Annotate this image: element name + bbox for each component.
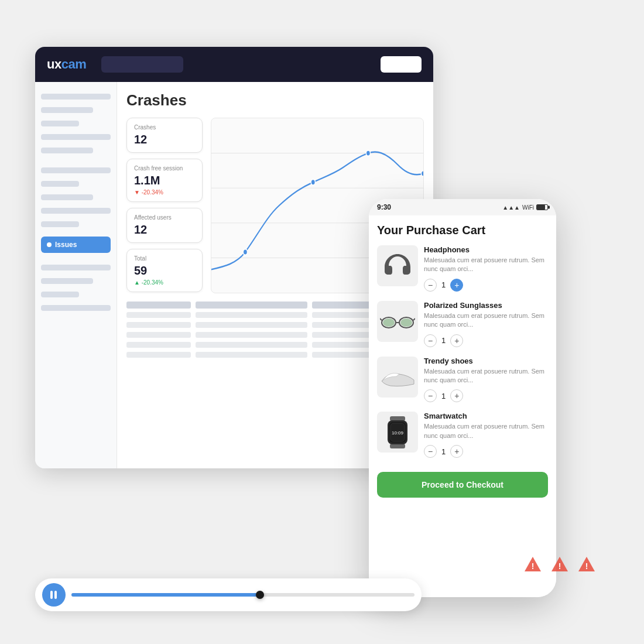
phone-status-icons: ▲▲▲ WiFi bbox=[502, 204, 548, 211]
pause-icon bbox=[50, 591, 57, 599]
metric-label-affected: Affected users bbox=[134, 214, 195, 221]
watch-svg: 10:09 bbox=[383, 413, 412, 451]
qty-decrease-sunglasses[interactable]: − bbox=[424, 334, 437, 347]
qty-value-shoes: 1 bbox=[441, 392, 446, 400]
cart-item-image-watch: 10:09 bbox=[377, 412, 418, 453]
pause-bar-right bbox=[54, 591, 57, 599]
cart-item-desc-watch: Malesuada cum erat posuere rutrum. Sem n… bbox=[424, 422, 548, 440]
cart-item-info-watch: Smartwatch Malesuada cum erat posuere ru… bbox=[424, 412, 548, 458]
table-data-cell bbox=[126, 322, 191, 328]
svg-text:!: ! bbox=[559, 561, 561, 571]
sidebar-group-1 bbox=[41, 91, 111, 156]
phone-time: 9:30 bbox=[377, 203, 391, 211]
sunglasses-svg bbox=[380, 310, 415, 333]
sidebar-item-bar bbox=[41, 278, 93, 284]
metric-card-crash-free: Crash free session 1.1M ▼ -20.34% bbox=[126, 159, 203, 202]
qty-decrease-shoes[interactable]: − bbox=[424, 389, 437, 402]
sidebar-item-issues[interactable]: Issues bbox=[41, 237, 111, 253]
sidebar-item-bar bbox=[41, 134, 111, 140]
pause-button[interactable] bbox=[42, 583, 66, 607]
svg-line-10 bbox=[413, 318, 415, 320]
signal-icon: ▲▲▲ bbox=[502, 204, 520, 211]
sidebar-item-bar bbox=[41, 167, 111, 173]
sidebar-group-3 bbox=[41, 262, 111, 313]
cart-item-desc-sunglasses: Malesuada cum erat posuere rutrum. Sem n… bbox=[424, 311, 548, 330]
player-bar bbox=[35, 578, 422, 611]
cart-qty-headphones: − 1 + bbox=[424, 279, 548, 292]
chart-dot bbox=[243, 249, 247, 255]
cart-item-name-sunglasses: Polarized Sunglasses bbox=[424, 301, 548, 310]
sidebar-item-bar bbox=[41, 107, 93, 113]
svg-line-9 bbox=[380, 318, 382, 320]
cart-item-name-watch: Smartwatch bbox=[424, 412, 548, 420]
cart-item-desc-shoes: Malesuada cum erat posuere rutrum. Sem n… bbox=[424, 367, 548, 385]
qty-value-headphones: 1 bbox=[441, 280, 446, 289]
metric-value-total: 59 bbox=[134, 264, 195, 278]
dashboard-header: uxcam bbox=[35, 47, 433, 82]
cart-item-info-headphones: Headphones Malesuada cum erat posuere ru… bbox=[424, 245, 548, 292]
progress-track[interactable] bbox=[71, 593, 415, 597]
cart-item-headphones: Headphones Malesuada cum erat posuere ru… bbox=[377, 245, 548, 292]
table-data-cell bbox=[126, 332, 191, 338]
sidebar-item-bar bbox=[41, 148, 93, 153]
metric-value-crash-free: 1.1M bbox=[134, 174, 195, 187]
cart-item-watch: 10:09 Smartwatch Malesuada cum erat posu… bbox=[377, 412, 548, 458]
table-data-cell bbox=[126, 312, 191, 318]
metric-label-total: Total bbox=[134, 255, 195, 262]
cart-qty-sunglasses: − 1 + bbox=[424, 334, 548, 347]
phone-content[interactable]: Your Purchase Cart Headphones Malesuada … bbox=[369, 215, 556, 597]
metric-value-affected: 12 bbox=[134, 223, 195, 237]
header-search[interactable] bbox=[101, 56, 183, 73]
qty-increase-watch[interactable]: + bbox=[450, 445, 463, 458]
sidebar-item-bar bbox=[41, 194, 93, 200]
qty-increase-sunglasses[interactable]: + bbox=[450, 334, 463, 347]
cart-item-desc-headphones: Malesuada cum erat posuere rutrum. Sem n… bbox=[424, 256, 548, 274]
qty-increase-headphones[interactable]: + bbox=[450, 279, 463, 292]
cart-item-info-sunglasses: Polarized Sunglasses Malesuada cum erat … bbox=[424, 301, 548, 347]
cart-item-info-shoes: Trendy shoes Malesuada cum erat posuere … bbox=[424, 357, 548, 403]
checkout-button[interactable]: Proceed to Checkout bbox=[377, 472, 548, 498]
battery-icon bbox=[536, 204, 548, 210]
progress-thumb[interactable] bbox=[256, 591, 264, 599]
metric-label-crashes: Crashes bbox=[134, 124, 195, 131]
sidebar-active-dot bbox=[47, 242, 52, 247]
qty-decrease-watch[interactable]: − bbox=[424, 445, 437, 458]
sidebar-group-2 bbox=[41, 165, 111, 229]
svg-text:10:09: 10:09 bbox=[392, 430, 404, 436]
sidebar: Issues bbox=[35, 82, 117, 468]
warning-icons-row: ! ! ! bbox=[523, 555, 596, 574]
chart-dot bbox=[311, 179, 315, 185]
sidebar-item-bar bbox=[41, 221, 79, 227]
cart-qty-shoes: − 1 + bbox=[424, 389, 548, 402]
sidebar-item-bar bbox=[41, 121, 79, 126]
header-action-button[interactable] bbox=[381, 56, 422, 73]
qty-increase-shoes[interactable]: + bbox=[450, 389, 463, 402]
cart-item-image-headphones bbox=[377, 245, 418, 286]
cart-title: Your Purchase Cart bbox=[377, 224, 548, 237]
table-header-cell bbox=[126, 302, 191, 309]
cart-item-name-shoes: Trendy shoes bbox=[424, 357, 548, 365]
sidebar-item-bar bbox=[41, 208, 111, 214]
metric-card-total: Total 59 ▲ -20.34% bbox=[126, 249, 203, 292]
cart-item-shoes: Trendy shoes Malesuada cum erat posuere … bbox=[377, 357, 548, 403]
table-data-cell bbox=[126, 352, 191, 358]
sidebar-item-label: Issues bbox=[55, 241, 77, 249]
warning-icon-3: ! bbox=[577, 555, 596, 574]
cart-item-image-sunglasses bbox=[377, 301, 418, 342]
cart-qty-watch: − 1 + bbox=[424, 445, 548, 458]
table-data-cell bbox=[196, 312, 307, 318]
svg-text:!: ! bbox=[532, 561, 535, 571]
metric-change-total: ▲ -20.34% bbox=[134, 279, 195, 286]
metric-label-crash-free: Crash free session bbox=[134, 165, 195, 172]
qty-value-watch: 1 bbox=[441, 447, 446, 456]
svg-rect-12 bbox=[390, 444, 405, 448]
sidebar-item-bar bbox=[41, 305, 111, 311]
metric-card-affected: Affected users 12 bbox=[126, 208, 203, 243]
cart-item-image-shoes bbox=[377, 357, 418, 398]
table-data-cell bbox=[196, 332, 307, 338]
metric-change-crash-free: ▼ -20.34% bbox=[134, 189, 195, 196]
qty-value-sunglasses: 1 bbox=[441, 336, 446, 345]
qty-decrease-headphones[interactable]: − bbox=[424, 279, 437, 292]
chart-dot bbox=[421, 170, 423, 176]
sidebar-item-bar bbox=[41, 292, 79, 297]
